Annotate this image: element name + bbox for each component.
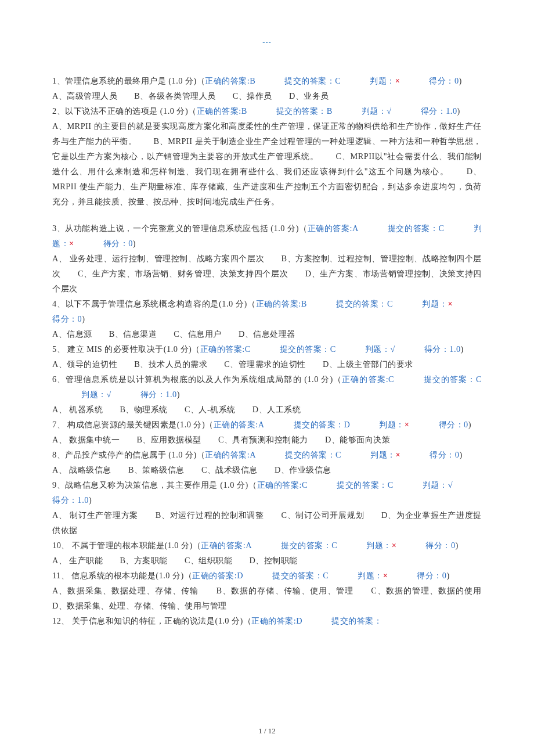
- q1-points: 1.0: [172, 76, 183, 85]
- q2-options: A、MRPII 的主要目的就是要实现高度方案化和高度柔性的生产管理，保证正常的物…: [52, 118, 482, 209]
- correct-label: 正确的答案: [205, 76, 247, 85]
- question-8: 8、产品投产或停产的信息属于 (1.0 分)（正确的答案:A提交的答案：C判题：…: [52, 447, 482, 462]
- question-7: 7、 构成信息资源的最关键因素是(1.0 分)（正确的答案:A提交的答案：D判题…: [52, 417, 482, 432]
- cross-icon: ×: [448, 299, 453, 308]
- check-icon: √: [107, 390, 111, 399]
- q9-options: A、 制订生产管理方案 B、对运行过程的控制和调整 C、制订公司开展规划 D、为…: [52, 507, 482, 538]
- question-10: 10、 不属于管理的根本职能是(1.0 分)（正确的答案:A提交的答案：C判题：…: [52, 538, 482, 553]
- q1-options: A、高级管理人员 B、各级各类管理人员 C、操作员 D、业务员: [52, 88, 482, 103]
- cross-icon: ×: [69, 239, 74, 248]
- submitted-label: 提交的答案：: [284, 76, 335, 85]
- cross-icon: ×: [405, 420, 410, 429]
- question-4: 4、以下不属于管理信息系统概念构造容的是(1.0 分)（正确的答案:B提交的答案…: [52, 296, 482, 326]
- q2-num: 2: [52, 106, 57, 116]
- q11-options: A、数据采集、数据处理、存储、传输 B、数据的存储、传输、使用、管理 C、数据的…: [52, 583, 482, 613]
- cross-icon: ×: [395, 76, 400, 85]
- question-11: 11、 信息系统的根本功能是(1.0 分)（正确的答案:D提交的答案：C判题：×…: [52, 568, 482, 583]
- check-icon: √: [448, 480, 453, 489]
- q1-score: 0: [454, 76, 459, 85]
- q6-options: A、 机器系统 B、物理系统 C、人-机系统 D、人工系统: [52, 402, 482, 417]
- question-1: 1、管理信息系统的最终用户是 (1.0 分)（正确的答案:B提交的答案：C判题：…: [52, 73, 482, 88]
- q2-text: 以下说法不正确的选项是: [65, 106, 158, 116]
- q5-options: A、领导的迫切性 B、技术人员的需求 C、管理需求的迫切性 D、上级主管部门的要…: [52, 357, 482, 372]
- page: --- 1、管理信息系统的最终用户是 (1.0 分)（正确的答案:B提交的答案：…: [0, 0, 534, 756]
- q1-num: 1: [52, 76, 57, 85]
- question-6: 6、管理信息系统是以计算机为根底的以及人作为系统组成局部的 (1.0 分)（正确…: [52, 372, 482, 402]
- q1-submitted: C: [335, 76, 341, 85]
- question-3: 3、从功能构造上说，一个完整意义的管理信息系统应包括 (1.0 分)（正确的答案…: [52, 221, 482, 251]
- q1-text: 管理信息系统的最终用户是: [65, 76, 166, 85]
- submitted-label-3: 提交的: [388, 224, 413, 233]
- q3-options: A、 业务处理、运行控制、管理控制、战略方案四个层次 B、方案控制、过程控制、管…: [52, 251, 482, 296]
- cross-icon: ×: [396, 450, 401, 459]
- check-icon: √: [390, 344, 395, 354]
- score-label: 得分：: [429, 76, 454, 85]
- question-12: 12、 关于信息和知识的特征，正确的说法是(1.0 分)（正确的答案:D提交的答…: [52, 613, 482, 628]
- page-footer: 1 / 12: [0, 723, 534, 739]
- page-header: ---: [52, 35, 482, 50]
- question-9: 9、战略信息又称为决策信息，其主要作用是 (1.0 分)（正确的答案:C提交的答…: [52, 477, 482, 507]
- q1-correct: B: [250, 76, 255, 85]
- question-2: 2、以下说法不正确的选项是 (1.0 分)（正确的答案:B提交的答案：B判题：√…: [52, 103, 482, 118]
- question-5: 5、 建立 MIS 的必要性取决于(1.0 分)（正确的答案:C提交的答案：C判…: [52, 341, 482, 357]
- q10-options: A、 生产职能 B、方案职能 C、组织职能 D、控制职能: [52, 553, 482, 568]
- check-icon: √: [387, 106, 391, 116]
- cross-icon: ×: [392, 541, 397, 550]
- questions-container: 1、管理信息系统的最终用户是 (1.0 分)（正确的答案:B提交的答案：C判题：…: [52, 73, 482, 628]
- cross-icon: ×: [383, 571, 388, 580]
- q8-options: A、 战略级信息 B、策略级信息 C、战术级信息 D、作业级信息: [52, 462, 482, 477]
- q4-options: A、信息源 B、信息渠道 C、信息用户 D、信息处理器: [52, 326, 482, 341]
- q7-options: A、 数据集中统一 B、应用数据模型 C、具有预测和控制能力 D、能够面向决策: [52, 432, 482, 447]
- verdict-label: 判题：: [370, 76, 395, 85]
